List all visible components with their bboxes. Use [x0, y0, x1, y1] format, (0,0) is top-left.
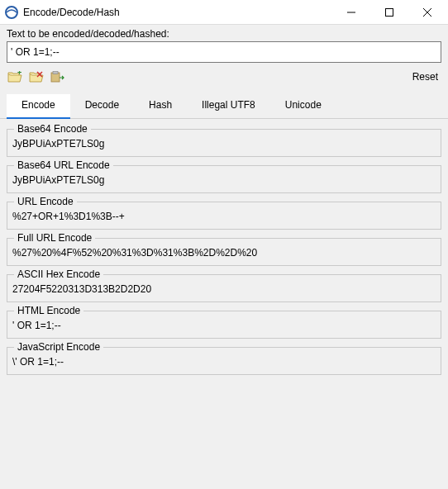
svg-line-3	[423, 8, 431, 17]
svg-rect-9	[53, 72, 58, 74]
tab-unicode[interactable]: Unicode	[270, 94, 336, 119]
result-group: Full URL Encode %27%20%4F%52%20%31%3D%31…	[7, 238, 441, 266]
close-button[interactable]	[408, 0, 446, 25]
tab-decode[interactable]: Decode	[70, 94, 134, 119]
result-group: URL Encode %27+OR+1%3D1%3B--+	[7, 202, 441, 230]
result-group: JavaScript Encode \' OR 1=1;--	[7, 347, 441, 375]
result-group: Base64 URL Encode JyBPUiAxPTE7LS0g	[7, 165, 441, 193]
result-title: JavaScript Encode	[14, 341, 103, 353]
result-title: ASCII Hex Encode	[14, 268, 103, 280]
tabs: Encode Decode Hash Illegal UTF8 Unicode	[0, 89, 448, 119]
input-label: Text to be encoded/decoded/hashed:	[0, 25, 448, 41]
window-title: Encode/Decode/Hash	[23, 7, 332, 18]
result-value[interactable]: \' OR 1=1;--	[12, 356, 436, 368]
tab-hash[interactable]: Hash	[134, 94, 187, 119]
result-group: ASCII Hex Encode 27204F5220313D313B2D2D2…	[7, 274, 441, 302]
maximize-button[interactable]	[370, 0, 408, 25]
result-group: Base64 Encode JyBPUiAxPTE7LS0g	[7, 129, 441, 157]
result-value[interactable]: %27+OR+1%3D1%3B--+	[12, 211, 436, 222]
result-group: HTML Encode ' OR 1=1;--	[7, 311, 441, 339]
tab-illegal-utf8[interactable]: Illegal UTF8	[187, 94, 270, 119]
result-value[interactable]: 27204F5220313D313B2D2D20	[12, 283, 436, 295]
tab-encode[interactable]: Encode	[7, 94, 70, 119]
svg-point-0	[6, 7, 17, 18]
minimize-button[interactable]	[332, 0, 370, 25]
result-value[interactable]: JyBPUiAxPTE7LS0g	[12, 138, 436, 150]
result-title: Base64 Encode	[14, 123, 91, 135]
delete-file-icon[interactable]	[28, 69, 45, 84]
open-file-icon[interactable]: +	[7, 69, 23, 84]
result-title: Full URL Encode	[14, 232, 95, 244]
app-icon	[5, 6, 18, 19]
window-controls	[332, 0, 446, 25]
result-title: Base64 URL Encode	[14, 159, 113, 171]
result-value[interactable]: JyBPUiAxPTE7LS0g	[12, 174, 436, 186]
paste-icon[interactable]	[50, 69, 66, 84]
svg-rect-2	[386, 8, 393, 16]
titlebar: Encode/Decode/Hash	[0, 0, 448, 25]
toolbar: + Reset	[0, 68, 448, 89]
svg-text:+: +	[17, 71, 21, 77]
text-input[interactable]	[7, 41, 441, 63]
result-title: HTML Encode	[14, 305, 83, 316]
reset-button[interactable]: Reset	[412, 71, 441, 83]
results-panel: Base64 Encode JyBPUiAxPTE7LS0g Base64 UR…	[0, 119, 448, 388]
result-value[interactable]: ' OR 1=1;--	[12, 320, 436, 331]
result-title: URL Encode	[14, 196, 77, 207]
result-value[interactable]: %27%20%4F%52%20%31%3D%31%3B%2D%2D%20	[12, 247, 436, 259]
svg-line-4	[423, 8, 431, 17]
